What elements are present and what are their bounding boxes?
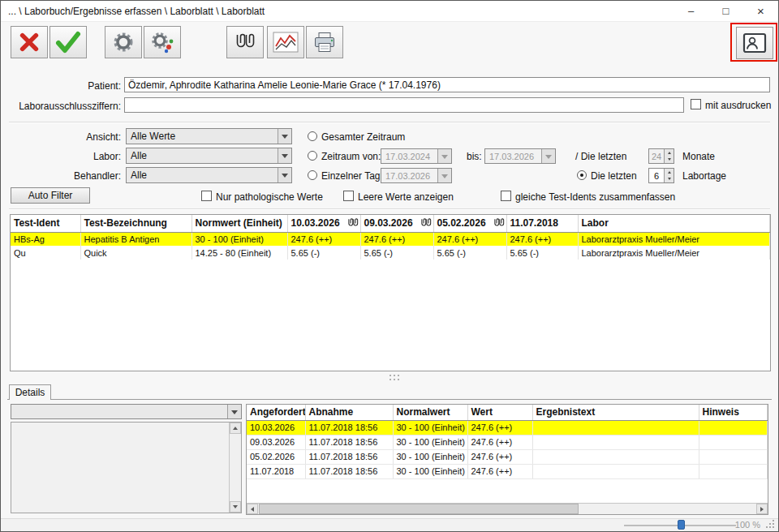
details-row-selected[interactable]: 10.03.2026 11.07.2018 18:56 30 - 100 (Ei…: [247, 420, 768, 435]
separator: [9, 208, 770, 209]
column-header-date-2[interactable]: 09.03.2026: [360, 215, 433, 232]
cell: HBs-Ag: [11, 232, 80, 246]
patient-record-button[interactable]: [736, 27, 773, 59]
column-header-wert[interactable]: Wert: [467, 405, 532, 420]
vertical-scrollbar[interactable]: [229, 423, 241, 513]
einzelner-tag-date[interactable]: 17.03.2026: [381, 168, 452, 183]
details-table: Angefordert Abnahme Normalwert Wert Erge…: [247, 405, 768, 479]
scroll-right-button[interactable]: [756, 504, 768, 514]
column-header-normwert[interactable]: Normwert (Einheit): [192, 215, 287, 232]
zeitraum-radio[interactable]: [308, 151, 317, 161]
printer-icon: [312, 32, 337, 53]
cell: 30 - 100 (Einheit): [393, 464, 467, 478]
column-header-test-bezeichnung[interactable]: Test-Bezeichnung: [80, 215, 192, 232]
ansicht-select[interactable]: Alle Werte: [126, 128, 292, 144]
cell: 247.6 (++): [467, 435, 532, 449]
scrollbar-thumb[interactable]: [259, 504, 579, 514]
splitter-handle[interactable]: [1, 372, 778, 383]
stepper-up-icon[interactable]: [665, 169, 674, 176]
die-letzten-radio[interactable]: [577, 170, 587, 180]
lab-settings-button[interactable]: [144, 26, 181, 58]
stepper-down-icon[interactable]: [665, 157, 674, 164]
paperclip-icon: [420, 218, 432, 228]
chevron-down-icon: [278, 168, 291, 182]
stepper-up-icon[interactable]: [665, 149, 674, 157]
scroll-down-button[interactable]: [230, 501, 241, 513]
annotation-highlight: [730, 23, 777, 62]
cell: 247.6 (++): [467, 464, 532, 478]
with-print-checkbox[interactable]: [691, 99, 701, 109]
nur-pathologische-checkbox[interactable]: [201, 191, 212, 201]
cell: 247.6 (++): [506, 232, 578, 246]
details-row[interactable]: 11.07.2018 11.07.2018 18:56 30 - 100 (Ei…: [247, 464, 768, 478]
window-controls: – □ ×: [674, 1, 778, 21]
minimize-button[interactable]: –: [674, 1, 708, 21]
arrow-right-icon: [760, 507, 766, 512]
cell: Hepatitis B Antigen: [80, 232, 192, 246]
paperclip-icon: [235, 33, 256, 51]
maximize-icon: □: [723, 5, 730, 17]
details-row[interactable]: 09.03.2026 11.07.2018 18:56 30 - 100 (Ei…: [247, 435, 768, 449]
cell: 11.07.2018: [247, 464, 305, 478]
cell: 05.02.2026: [247, 449, 305, 464]
monate-stepper[interactable]: 24: [648, 148, 674, 164]
column-header-ergebnistext[interactable]: Ergebnistext: [532, 405, 699, 420]
behandler-label: Behandler:: [9, 170, 121, 182]
einzelner-tag-radio[interactable]: [308, 170, 317, 180]
exclusion-input[interactable]: [124, 97, 684, 113]
column-header-date-4[interactable]: 11.07.2018: [506, 215, 578, 232]
close-button[interactable]: ×: [743, 1, 778, 21]
cancel-button[interactable]: [11, 26, 48, 58]
tab-details[interactable]: Details: [9, 384, 51, 400]
column-header-hinweis[interactable]: Hinweis: [699, 405, 768, 420]
scroll-up-button[interactable]: [230, 423, 241, 434]
scroll-left-button[interactable]: [247, 504, 258, 514]
column-header-normalwert[interactable]: Normalwert: [393, 405, 467, 420]
labor-select[interactable]: Alle: [126, 148, 292, 164]
window-title: ... \ Laborbuch/Ergebnisse erfassen \ La…: [8, 6, 265, 17]
attachments-button[interactable]: [226, 26, 264, 58]
labortage-stepper[interactable]: 6: [648, 168, 674, 183]
separator: [9, 122, 770, 122]
details-select[interactable]: [11, 404, 242, 419]
column-header-angefordert[interactable]: Angefordert: [247, 405, 305, 420]
auto-filter-button[interactable]: Auto Filter: [11, 187, 90, 204]
result-row-selected[interactable]: HBs-Ag Hepatitis B Antigen 30 - 100 (Ein…: [11, 232, 770, 246]
details-notes-box[interactable]: [11, 422, 242, 513]
bis-date[interactable]: 17.03.2026: [484, 148, 556, 164]
resize-grip[interactable]: [773, 526, 774, 528]
patient-input[interactable]: [124, 77, 770, 92]
column-header-labor[interactable]: Labor: [578, 215, 770, 232]
labor-value: Alle: [131, 148, 277, 163]
bis-value: 17.03.2026: [489, 149, 540, 163]
chart-button[interactable]: [267, 26, 304, 58]
column-header-date-1[interactable]: 10.03.2026: [287, 215, 360, 232]
chevron-down-icon: [227, 405, 241, 418]
cell: 5.65 (-): [506, 246, 578, 260]
cell: Qu: [11, 246, 80, 260]
behandler-select[interactable]: Alle: [126, 167, 292, 183]
column-header-test-ident[interactable]: Test-Ident: [11, 215, 80, 232]
monate-unit-label: Monate: [682, 151, 715, 162]
gesamter-zeitraum-radio[interactable]: [308, 131, 317, 141]
maximize-button[interactable]: □: [708, 1, 743, 21]
horizontal-scrollbar[interactable]: [247, 503, 768, 514]
cell: 11.07.2018 18:56: [305, 435, 393, 449]
column-header-abnahme[interactable]: Abnahme: [305, 405, 393, 420]
column-header-date-3[interactable]: 05.02.2026: [433, 215, 506, 232]
cell: 30 - 100 (Einheit): [393, 449, 467, 464]
labortage-unit-label: Labortage: [682, 170, 726, 182]
chevron-down-icon: [278, 129, 291, 144]
print-button[interactable]: [306, 26, 343, 58]
nur-pathologische-label: Nur pathologische Werte: [216, 191, 323, 203]
stepper-down-icon[interactable]: [665, 176, 674, 183]
details-row[interactable]: 05.02.2026 11.07.2018 18:56 30 - 100 (Ei…: [247, 449, 768, 464]
zeitraum-von-date[interactable]: 17.03.2024: [381, 148, 452, 164]
settings-button[interactable]: [105, 26, 142, 58]
ok-button[interactable]: [49, 26, 87, 58]
result-row[interactable]: Qu Quick 14.25 - 80 (Einheit) 5.65 (-) 5…: [11, 246, 770, 260]
gleiche-idents-checkbox[interactable]: [501, 191, 511, 201]
zoom-level: 100 %: [735, 520, 760, 530]
leere-werte-checkbox[interactable]: [343, 191, 354, 201]
zoom-slider-thumb[interactable]: [678, 520, 685, 530]
